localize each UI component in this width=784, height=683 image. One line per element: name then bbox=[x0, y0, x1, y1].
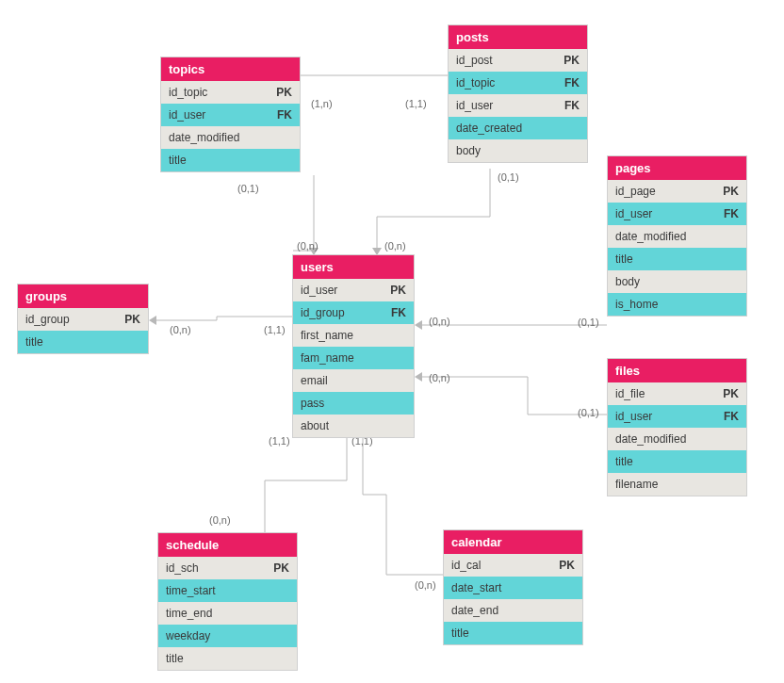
entity-row: pass bbox=[293, 392, 414, 415]
svg-marker-3 bbox=[149, 316, 156, 325]
entity-title: files bbox=[608, 359, 746, 382]
card-posts-users-bot: (0,n) bbox=[384, 240, 406, 252]
entity-posts: posts id_postPK id_topicFK id_userFK dat… bbox=[448, 24, 588, 163]
entity-row: id_groupFK bbox=[293, 301, 414, 324]
entity-row: title bbox=[161, 149, 300, 171]
entity-row: id_pagePK bbox=[608, 180, 746, 203]
entity-pages: pages id_pagePK id_userFK date_modified … bbox=[607, 155, 747, 317]
card-topics-posts-right: (1,1) bbox=[405, 98, 427, 109]
entity-title: calendar bbox=[444, 530, 582, 554]
card-schedule-users-bot: (0,n) bbox=[209, 514, 231, 526]
entity-row: id_filePK bbox=[608, 382, 746, 405]
card-topics-posts-left: (1,n) bbox=[311, 98, 333, 109]
entity-title: users bbox=[293, 255, 414, 279]
svg-marker-4 bbox=[415, 320, 422, 330]
entity-row: date_modified bbox=[608, 428, 746, 450]
entity-calendar: calendar id_calPK date_start date_end ti… bbox=[443, 529, 583, 645]
entity-row: date_start bbox=[444, 577, 582, 599]
card-schedule-users-top: (1,1) bbox=[269, 435, 290, 447]
svg-marker-5 bbox=[415, 372, 422, 382]
entity-title: pages bbox=[608, 156, 746, 180]
entity-groups: groups id_groupPK title bbox=[17, 284, 149, 354]
card-posts-users-top: (0,1) bbox=[498, 171, 519, 183]
entity-schedule: schedule id_schPK time_start time_end we… bbox=[157, 532, 298, 671]
entity-row: title bbox=[608, 248, 746, 270]
card-topics-users-top: (0,1) bbox=[237, 183, 259, 194]
entity-row: filename bbox=[608, 473, 746, 496]
entity-row: id_userPK bbox=[293, 279, 414, 301]
card-users-groups-left: (1,1) bbox=[264, 324, 286, 335]
card-files-users-left: (0,1) bbox=[578, 407, 599, 418]
card-users-groups-right: (0,n) bbox=[170, 324, 191, 335]
entity-row: id_postPK bbox=[449, 49, 587, 72]
entity-title: posts bbox=[449, 25, 587, 49]
entity-row: title bbox=[444, 622, 582, 644]
card-pages-users-left: (0,1) bbox=[578, 317, 599, 328]
entity-row: title bbox=[158, 647, 297, 670]
entity-row: id_schPK bbox=[158, 557, 297, 579]
entity-row: id_userFK bbox=[449, 94, 587, 117]
entity-row: title bbox=[18, 331, 148, 353]
entity-row: about bbox=[293, 415, 414, 437]
entity-row: id_topicFK bbox=[449, 72, 587, 94]
entity-row: id_groupPK bbox=[18, 308, 148, 331]
entity-row: id_userFK bbox=[161, 104, 300, 126]
entity-topics: topics id_topicPK id_userFK date_modifie… bbox=[160, 57, 301, 172]
entity-row: body bbox=[449, 139, 587, 162]
entity-row: id_calPK bbox=[444, 554, 582, 577]
card-topics-users-bot: (0,n) bbox=[297, 240, 318, 252]
entity-row: date_modified bbox=[608, 225, 746, 248]
entity-title: groups bbox=[18, 285, 148, 308]
entity-title: topics bbox=[161, 57, 300, 81]
entity-row: fam_name bbox=[293, 347, 414, 369]
entity-files: files id_filePK id_userFK date_modified … bbox=[607, 358, 747, 496]
entity-row: id_userFK bbox=[608, 405, 746, 428]
entity-row: id_topicPK bbox=[161, 81, 300, 104]
entity-row: date_created bbox=[449, 117, 587, 139]
entity-row: weekday bbox=[158, 625, 297, 647]
entity-row: time_end bbox=[158, 602, 297, 625]
entity-row: is_home bbox=[608, 293, 746, 316]
entity-row: date_modified bbox=[161, 126, 300, 149]
card-calendar-users-bot: (0,n) bbox=[415, 579, 436, 591]
card-users-pages-right: (0,n) bbox=[429, 316, 450, 327]
entity-row: body bbox=[608, 270, 746, 293]
entity-row: date_end bbox=[444, 599, 582, 622]
entity-row: time_start bbox=[158, 579, 297, 602]
card-users-files-right: (0,n) bbox=[429, 372, 450, 383]
entity-row: first_name bbox=[293, 324, 414, 347]
entity-row: email bbox=[293, 369, 414, 392]
entity-row: title bbox=[608, 450, 746, 473]
entity-title: schedule bbox=[158, 533, 297, 557]
entity-row: id_userFK bbox=[608, 203, 746, 225]
entity-users: users id_userPK id_groupFK first_name fa… bbox=[292, 254, 415, 438]
